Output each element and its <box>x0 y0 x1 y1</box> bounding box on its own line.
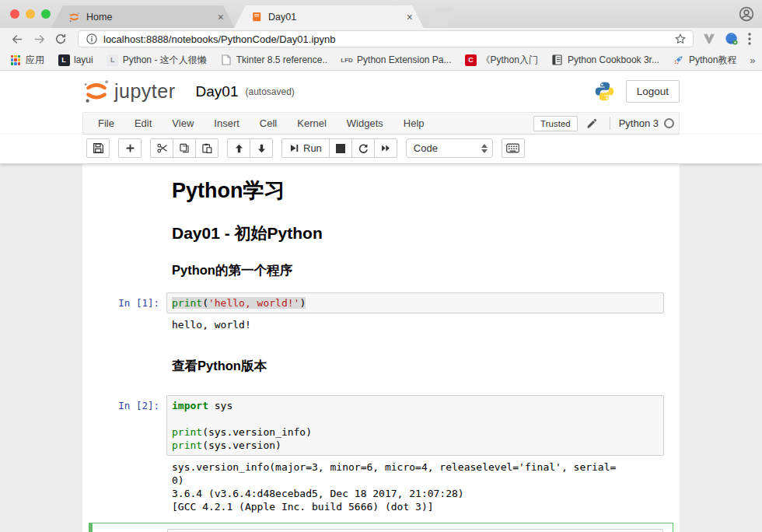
notebook-h1: Python学习 <box>172 177 664 205</box>
paste-cell-button[interactable] <box>195 138 218 158</box>
menu-insert[interactable]: Insert <box>204 117 250 129</box>
cell-type-value: Code <box>414 142 438 154</box>
bookmark-apps[interactable]: 应用 <box>9 54 44 67</box>
profile-icon[interactable] <box>739 6 754 22</box>
command-palette-button[interactable] <box>502 138 525 158</box>
notebook-h2: Day01 - 初始Python <box>172 222 664 244</box>
bookmark-label: Tkinter 8.5 reference.. <box>236 54 327 65</box>
forward-icon[interactable] <box>30 30 48 48</box>
back-icon[interactable] <box>8 30 26 48</box>
pencil-icon <box>586 118 597 129</box>
output-text-2: sys.version_info(major=3, minor=6, micro… <box>166 456 664 517</box>
bookmark-label: Python - 这个人很懒 <box>123 54 207 67</box>
window-controls <box>10 9 51 19</box>
restart-kernel-button[interactable] <box>351 138 375 158</box>
cell-type-select[interactable]: Code <box>406 138 493 158</box>
code-cell-3-selected[interactable]: In [ ]: <box>89 523 673 532</box>
markdown-cell-first-program[interactable]: Python的第一个程序 <box>82 244 680 279</box>
layui-icon: L <box>58 54 70 66</box>
apps-grid-icon <box>9 54 22 66</box>
code-input-2[interactable]: import sys print(sys.version_info) print… <box>166 395 664 456</box>
input-prompt: In [1]: <box>82 292 166 313</box>
tab-title: Day01 <box>268 12 296 23</box>
menu-widgets[interactable]: Widgets <box>337 117 393 129</box>
extension-v-icon[interactable] <box>703 33 715 44</box>
url-text: localhost:8888/notebooks/PythonCode/Day0… <box>103 33 336 45</box>
new-tab-button[interactable] <box>428 7 454 26</box>
bookmark-python-blog[interactable]: L Python - 这个人很懒 <box>107 54 207 67</box>
checkpoint-status: (autosaved) <box>245 86 294 97</box>
bookmark-star-icon[interactable] <box>674 33 687 45</box>
jupyter-header: jupyter Day01 (autosaved) Logout <box>0 71 762 112</box>
browser-menu-icon[interactable] <box>748 33 751 45</box>
letter-l-icon: L <box>107 54 119 66</box>
code-cell-1[interactable]: In [1]: print('hello, world!') <box>82 292 680 313</box>
bookmark-python-intro[interactable]: C 《Python入门 <box>465 54 538 67</box>
notebook-favicon <box>251 12 262 23</box>
kernel-idle-icon <box>664 118 674 128</box>
prompt-gutter <box>82 244 166 279</box>
code-input-1[interactable]: print('hello, world!') <box>166 292 664 313</box>
tab-close-icon[interactable]: × <box>405 12 414 23</box>
window-minimize-button[interactable] <box>26 9 35 19</box>
output-prompt <box>82 456 166 517</box>
bookmark-label: 应用 <box>26 54 44 67</box>
code-input-3[interactable] <box>167 529 663 532</box>
extension-globe-icon[interactable] <box>725 32 739 46</box>
menu-view[interactable]: View <box>162 117 204 129</box>
add-cell-button[interactable] <box>118 138 142 158</box>
output-text-1: hello, world! <box>166 313 664 335</box>
bookmarks-overflow-chevron[interactable]: » <box>750 54 755 66</box>
reload-icon[interactable] <box>51 30 70 48</box>
trusted-badge[interactable]: Trusted <box>533 116 578 131</box>
bookmark-python-tutorial[interactable]: Python教程 <box>673 54 736 67</box>
bookmark-label: Python Extension Pa... <box>357 54 451 65</box>
notebook-scroll-area[interactable]: Python学习 Day01 - 初始Python Python的第一个程序 I… <box>0 164 762 532</box>
save-button[interactable] <box>86 138 110 158</box>
move-cell-up-button[interactable] <box>227 138 250 158</box>
divider <box>610 117 610 130</box>
output-area-2: sys.version_info(major=3, minor=6, micro… <box>82 456 680 517</box>
menu-file[interactable]: File <box>88 117 124 129</box>
bookmark-label: layui <box>74 54 93 65</box>
bookmark-label: Python教程 <box>689 54 736 67</box>
bookmarks-bar: 应用 L layui L Python - 这个人很懒 Tkinter 8.5 … <box>0 50 762 71</box>
markdown-cell-version[interactable]: 查看Python版本 <box>82 335 680 375</box>
bookmark-layui[interactable]: L layui <box>58 54 93 66</box>
bookmark-python-extension[interactable]: LFD Python Extension Pa... <box>341 54 451 66</box>
move-cell-down-button[interactable] <box>250 138 273 158</box>
browser-tab-day01[interactable]: Day01 × <box>234 5 424 28</box>
site-info-icon[interactable] <box>86 33 97 44</box>
tab-close-icon[interactable]: × <box>216 12 225 23</box>
jupyter-favicon <box>68 12 80 23</box>
output-area-1: hello, world! <box>82 313 680 335</box>
markdown-cell-day[interactable]: Day01 - 初始Python <box>82 205 680 244</box>
run-cell-button[interactable]: Run <box>281 138 330 158</box>
menu-kernel[interactable]: Kernel <box>287 117 337 129</box>
menu-help[interactable]: Help <box>393 117 435 129</box>
input-prompt: In [2]: <box>82 395 166 456</box>
menu-cell[interactable]: Cell <box>250 117 287 129</box>
prompt-gutter <box>82 335 166 375</box>
logout-button[interactable]: Logout <box>626 80 680 103</box>
restart-run-all-button[interactable] <box>374 138 397 158</box>
notebook-toolbar: Run Code <box>0 135 762 164</box>
code-cell-2[interactable]: In [2]: import sys print(sys.version_inf… <box>82 395 680 456</box>
jupyter-wordmark[interactable]: jupyter <box>114 80 176 103</box>
bookmark-label: Python Cookbook 3r... <box>568 54 659 65</box>
copy-cell-button[interactable] <box>173 138 196 158</box>
notebook-title[interactable]: Day01 <box>196 83 239 100</box>
bookmark-tkinter[interactable]: Tkinter 8.5 reference.. <box>220 54 327 66</box>
tab-title: Home <box>86 12 112 23</box>
menu-edit[interactable]: Edit <box>124 117 162 129</box>
lfd-text-icon: LFD <box>341 54 353 66</box>
window-zoom-button[interactable] <box>41 9 51 19</box>
browser-tab-home[interactable]: Home × <box>51 5 235 28</box>
bookmark-cookbook[interactable]: Python Cookbook 3r... <box>551 54 659 66</box>
markdown-cell-title[interactable]: Python学习 <box>82 169 680 205</box>
interrupt-kernel-button[interactable] <box>329 138 352 158</box>
cut-cell-button[interactable] <box>150 138 173 158</box>
jupyter-logo-icon[interactable] <box>82 79 110 103</box>
window-close-button[interactable] <box>10 9 19 19</box>
address-bar[interactable]: localhost:8888/notebooks/PythonCode/Day0… <box>78 30 694 47</box>
